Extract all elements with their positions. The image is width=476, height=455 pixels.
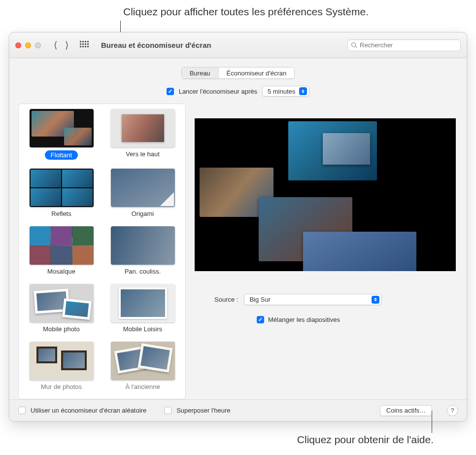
saver-mobile-photo[interactable]: Mobile photo — [26, 284, 97, 333]
tab-screensaver[interactable]: Économiseur d'écran — [219, 68, 295, 78]
saver-thumb — [30, 284, 94, 322]
hot-corners-button[interactable]: Coins actifs… — [380, 405, 432, 416]
screensaver-grid: Flottant Vers le haut Reflets Origami — [22, 109, 182, 390]
start-after-checkbox[interactable] — [167, 88, 174, 95]
saver-thumb — [111, 284, 175, 322]
saver-label: Mobile photo — [43, 325, 79, 333]
saver-mur-de-photos[interactable]: Mur de photos — [26, 342, 97, 390]
saver-thumb — [111, 342, 175, 380]
show-all-icon[interactable] — [79, 40, 89, 50]
segmented-control: Bureau Économiseur d'écran — [181, 67, 295, 79]
saver-origami[interactable]: Origami — [107, 169, 178, 217]
nav-arrows: ⟨ ⟩ — [51, 38, 71, 52]
saver-thumb — [30, 342, 94, 380]
tab-desktop[interactable]: Bureau — [182, 68, 219, 78]
source-value: Big Sur — [249, 296, 372, 303]
saver-thumb — [111, 169, 175, 207]
saver-label: Flottant — [45, 150, 78, 160]
saver-reflets[interactable]: Reflets — [26, 169, 97, 217]
saver-label: Pan. couliss. — [125, 268, 161, 275]
main-split: Flottant Vers le haut Reflets Origami — [18, 104, 458, 399]
preview-column: Source : Big Sur Mélanger les diapositiv… — [195, 104, 458, 399]
minimize-button[interactable] — [25, 42, 31, 48]
back-button[interactable]: ⟨ — [51, 38, 60, 52]
saver-flottant[interactable]: Flottant — [26, 109, 97, 160]
shuffle-checkbox[interactable] — [257, 316, 264, 323]
search-icon — [351, 42, 358, 49]
bottom-bar: Utiliser un économiseur d'écran aléatoir… — [9, 399, 467, 421]
saver-vers-le-haut[interactable]: Vers le haut — [107, 109, 178, 160]
source-row: Source : Big Sur — [195, 294, 456, 305]
start-after-select[interactable]: 5 minutes — [262, 86, 309, 97]
caret-icon — [372, 296, 379, 304]
saver-label: Reflets — [51, 210, 71, 217]
saver-label: Mosaïque — [47, 268, 75, 275]
prefs-window: ⟨ ⟩ Bureau et économiseur d'écran Bureau… — [9, 32, 467, 421]
screensaver-preview[interactable] — [195, 118, 456, 271]
saver-label: À l'ancienne — [125, 383, 160, 390]
saver-pan-couliss[interactable]: Pan. couliss. — [107, 226, 178, 275]
window-controls — [15, 42, 41, 48]
saver-thumb — [30, 169, 94, 207]
callout-line — [432, 411, 432, 433]
saver-thumb — [30, 109, 94, 147]
preview-tile — [303, 232, 416, 271]
random-label: Utiliser un économiseur d'écran aléatoir… — [31, 407, 146, 414]
saver-thumb — [111, 226, 175, 265]
source-select[interactable]: Big Sur — [244, 294, 382, 305]
callout-help: Cliquez pour obtenir de l'aide. — [297, 434, 434, 446]
saver-thumb — [111, 109, 175, 147]
saver-label: Mobile Loisirs — [123, 325, 162, 333]
forward-button[interactable]: ⟩ — [62, 38, 71, 52]
caret-icon — [299, 87, 307, 95]
saver-mosaique[interactable]: Mosaïque — [26, 226, 97, 275]
overlay-clock-checkbox[interactable] — [164, 407, 171, 414]
overlay-clock-label: Superposer l'heure — [176, 407, 230, 414]
saver-a-lancienne[interactable]: À l'ancienne — [107, 342, 178, 390]
zoom-button — [35, 42, 41, 48]
saver-label: Vers le haut — [126, 150, 160, 158]
start-after-row: Lancer l'économiseur après 5 minutes — [18, 86, 458, 97]
random-checkbox[interactable] — [18, 407, 26, 414]
screensaver-list[interactable]: Flottant Vers le haut Reflets Origami — [18, 104, 186, 399]
content-area: Bureau Économiseur d'écran Lancer l'écon… — [9, 58, 467, 399]
window-title: Bureau et économiseur d'écran — [101, 41, 211, 49]
saver-thumb — [30, 226, 94, 265]
preview-tile — [323, 133, 370, 165]
titlebar: ⟨ ⟩ Bureau et économiseur d'écran — [9, 33, 467, 58]
start-after-label: Lancer l'économiseur après — [179, 88, 257, 95]
close-button[interactable] — [15, 42, 21, 48]
help-button[interactable]: ? — [447, 405, 458, 416]
source-label: Source : — [214, 296, 238, 303]
search-input[interactable] — [360, 41, 457, 49]
saver-label: Origami — [132, 210, 154, 217]
start-after-value: 5 minutes — [268, 88, 295, 95]
tabs-row: Bureau Économiseur d'écran — [18, 67, 458, 79]
shuffle-row: Mélanger les diapositives — [195, 316, 456, 323]
saver-mobile-loisirs[interactable]: Mobile Loisirs — [107, 284, 178, 333]
shuffle-label: Mélanger les diapositives — [268, 316, 340, 323]
saver-label: Mur de photos — [41, 383, 82, 390]
callout-show-all: Cliquez pour afficher toutes les préfére… — [123, 6, 369, 18]
search-field[interactable] — [347, 39, 461, 51]
